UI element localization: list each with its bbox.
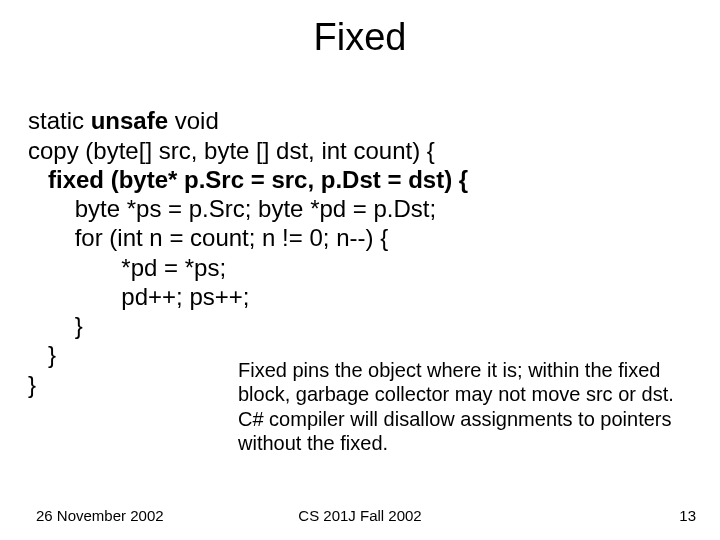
code-line-2: copy (byte[] src, byte [] dst, int count…	[28, 137, 435, 164]
code-line-10: }	[28, 371, 36, 398]
code-line-4: byte *ps = p.Src; byte *pd = p.Dst;	[28, 195, 436, 222]
footer-page-number: 13	[679, 507, 696, 524]
code-line-1: static unsafe void	[28, 107, 219, 134]
code-line-8: }	[28, 312, 83, 339]
code-block: static unsafe void copy (byte[] src, byt…	[28, 77, 692, 399]
explanatory-note: Fixed pins the object where it is; withi…	[238, 358, 686, 456]
footer-course: CS 201J Fall 2002	[0, 507, 720, 524]
code-line-9: }	[28, 341, 56, 368]
code-line-6: *pd = *ps;	[28, 254, 226, 281]
slide-title: Fixed	[28, 16, 692, 59]
code-line-5: for (int n = count; n != 0; n--) {	[28, 224, 388, 251]
code-line-3: fixed (byte* p.Src = src, p.Dst = dst) {	[28, 166, 468, 193]
slide: Fixed static unsafe void copy (byte[] sr…	[0, 0, 720, 540]
code-line-7: pd++; ps++;	[28, 283, 249, 310]
